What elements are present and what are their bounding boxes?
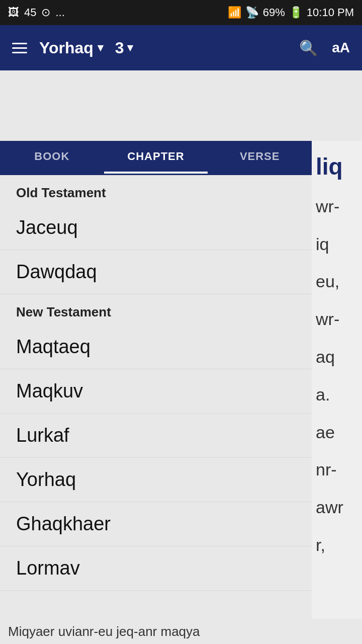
tab-chapter[interactable]: CHAPTER <box>104 141 208 174</box>
book-list: Old Testament Jaceuq Dawqdaq New Testame… <box>0 175 312 591</box>
list-item[interactable]: Yorhaq <box>0 458 312 502</box>
circle-icon: ⊙ <box>41 6 50 19</box>
status-left: 🖼 45 ⊙ ... <box>8 6 65 19</box>
tabs-bar: BOOK CHAPTER VERSE <box>0 141 312 175</box>
battery-icon: 🔋 <box>289 6 303 19</box>
nav-right: 🔍 aA <box>299 39 350 57</box>
status-bar: 🖼 45 ⊙ ... 📶 📡 69% 🔋 10:10 PM <box>0 0 362 25</box>
bottom-text-strip: Miqyaer uvianr-eu jeq-anr maqya <box>0 619 362 644</box>
old-testament-header: Old Testament <box>0 175 312 206</box>
battery-percent: 69% <box>263 6 285 19</box>
tab-book[interactable]: BOOK <box>0 141 104 174</box>
list-item[interactable]: Dawqdaq <box>0 250 312 294</box>
font-size-icon[interactable]: aA <box>332 40 350 56</box>
list-item[interactable]: Maqtaeq <box>0 325 312 369</box>
dropdown-panel: BOOK CHAPTER VERSE Old Testament Jaceuq … <box>0 141 312 591</box>
book-name: Yorhaq <box>39 39 94 57</box>
new-testament-header: New Testament <box>0 294 312 325</box>
list-item[interactable]: Jaceuq <box>0 206 312 250</box>
chapter-number: 3 <box>115 39 124 57</box>
photo-icon: 🖼 <box>8 6 19 19</box>
hamburger-menu[interactable] <box>12 43 27 53</box>
book-dropdown-arrow: ▾ <box>98 41 103 54</box>
nav-left: Yorhaq ▾ 3 ▾ <box>12 39 133 57</box>
clock: 10:10 PM <box>307 6 354 19</box>
search-icon[interactable]: 🔍 <box>299 39 318 57</box>
overlay-container: BOOK CHAPTER VERSE Old Testament Jaceuq … <box>0 70 362 644</box>
nav-bar: Yorhaq ▾ 3 ▾ 🔍 aA <box>0 25 362 70</box>
chapter-dropdown-arrow: ▾ <box>127 41 133 54</box>
hamburger-line-1 <box>12 43 27 44</box>
wifi-icon: 📶 <box>228 6 241 19</box>
list-item[interactable]: Lormav <box>0 546 312 591</box>
list-item[interactable]: Lurkaf <box>0 414 312 458</box>
status-number: 45 <box>24 6 36 19</box>
background-text: liq wr- iq eu, wr- aq a. ae nr- awr r, <box>312 141 362 644</box>
hamburger-line-3 <box>12 52 27 53</box>
hamburger-line-2 <box>12 47 27 49</box>
more-icon: ... <box>55 6 64 19</box>
chapter-selector[interactable]: 3 ▾ <box>115 39 133 57</box>
list-item[interactable]: Ghaqkhaer <box>0 502 312 546</box>
bottom-text: Miqyaer uvianr-eu jeq-anr maqya <box>8 624 200 639</box>
status-right: 📶 📡 69% 🔋 10:10 PM <box>228 6 354 19</box>
tab-verse[interactable]: VERSE <box>208 141 312 174</box>
list-item[interactable]: Maqkuv <box>0 369 312 414</box>
book-title-selector[interactable]: Yorhaq ▾ <box>39 39 103 57</box>
signal-icon: 📡 <box>245 6 259 19</box>
